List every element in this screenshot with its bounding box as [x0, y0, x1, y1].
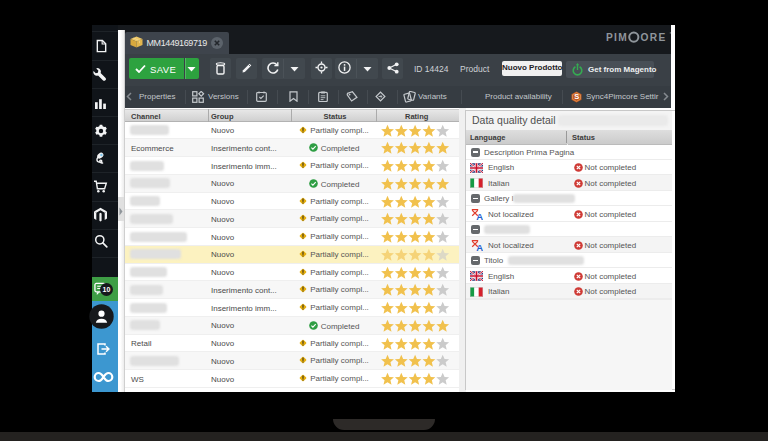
svg-text:PIM: PIM [606, 32, 628, 43]
svg-text:ORE: ORE [641, 32, 667, 43]
svg-text:S: S [574, 92, 579, 101]
svg-text:A: A [476, 210, 483, 220]
svg-text:A: A [476, 241, 483, 251]
